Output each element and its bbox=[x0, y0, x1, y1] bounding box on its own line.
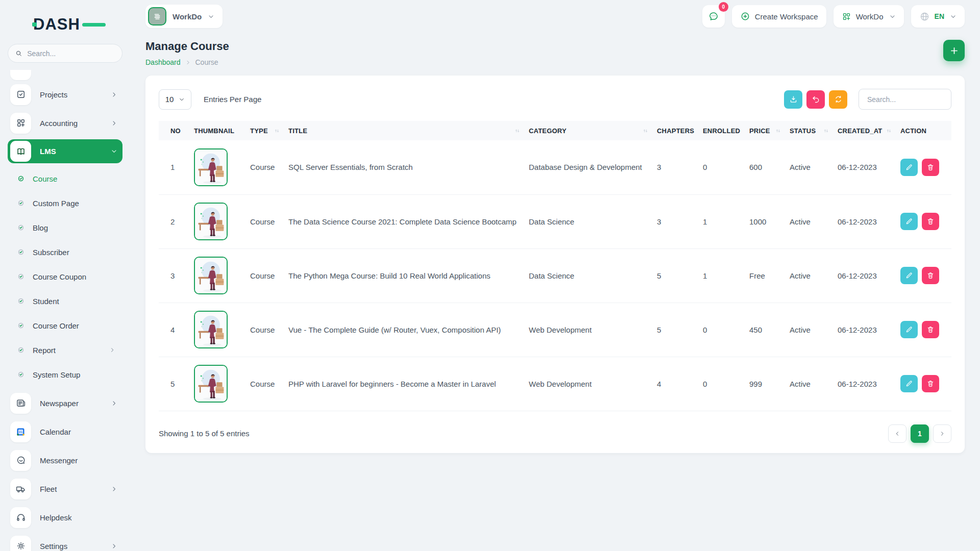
course-illustration bbox=[195, 312, 227, 347]
course-thumbnail[interactable] bbox=[194, 257, 228, 294]
sidebar-item-accounting[interactable]: Accounting bbox=[8, 109, 122, 137]
delete-button[interactable] bbox=[922, 375, 939, 392]
col-type[interactable]: TYPE bbox=[250, 121, 288, 140]
table-header-row: NO THUMBNAIL TYPE TITLE CATEGORY CHAPTER… bbox=[159, 121, 951, 140]
calendar-icon bbox=[10, 421, 31, 442]
sidebar-subitem-course-order[interactable]: Course Order bbox=[8, 313, 122, 338]
delete-button[interactable] bbox=[922, 267, 939, 284]
col-chapters[interactable]: CHAPTERS bbox=[657, 121, 703, 140]
breadcrumb-dashboard-link[interactable]: Dashboard bbox=[145, 58, 181, 66]
trash-icon bbox=[926, 271, 935, 280]
edit-button[interactable] bbox=[900, 213, 918, 230]
sidebar-subitem-report[interactable]: Report bbox=[8, 338, 122, 362]
notifications-button[interactable]: 0 bbox=[702, 5, 725, 28]
workspace-switcher-button[interactable]: WorkDo bbox=[834, 5, 904, 28]
col-enrolled[interactable]: ENROLLED bbox=[703, 121, 749, 140]
logo-accent-dot bbox=[32, 22, 37, 27]
col-price[interactable]: PRICE bbox=[749, 121, 790, 140]
course-thumbnail[interactable] bbox=[194, 203, 228, 240]
sidebar-item-fleet[interactable]: Fleet bbox=[8, 474, 122, 503]
status-value: Active bbox=[790, 140, 838, 194]
chevron-right-icon bbox=[111, 400, 117, 407]
topbar: WorkDo 0 Create Workspace WorkDo EN bbox=[145, 0, 965, 33]
next-page-button[interactable] bbox=[933, 424, 951, 443]
sidebar-item-calendar[interactable]: Calendar bbox=[8, 417, 122, 446]
sidebar-item-settings[interactable]: Settings bbox=[8, 532, 122, 551]
col-status[interactable]: STATUS bbox=[790, 121, 838, 140]
col-title[interactable]: TITLE bbox=[288, 121, 529, 140]
delete-button[interactable] bbox=[922, 321, 939, 338]
edit-button[interactable] bbox=[900, 159, 918, 176]
sort-icon bbox=[886, 128, 892, 134]
pagination: 1 bbox=[888, 424, 951, 443]
sidebar-item-helpdesk[interactable]: Helpdesk bbox=[8, 503, 122, 532]
download-icon bbox=[789, 95, 798, 104]
edit-button[interactable] bbox=[900, 375, 918, 392]
chevron-right-icon bbox=[111, 543, 117, 549]
circle-check-icon bbox=[18, 224, 24, 231]
create-workspace-button[interactable]: Create Workspace bbox=[732, 5, 826, 28]
trash-icon bbox=[926, 380, 935, 388]
entries-per-page-select[interactable]: 10 bbox=[159, 89, 191, 110]
undo-icon bbox=[812, 95, 820, 104]
plus-circle-icon bbox=[740, 11, 750, 21]
circle-check-icon bbox=[18, 298, 24, 304]
language-selector[interactable]: EN bbox=[911, 5, 965, 28]
export-button[interactable] bbox=[784, 90, 802, 109]
edit-button[interactable] bbox=[900, 321, 918, 338]
circle-check-icon bbox=[18, 249, 24, 255]
sidebar-subitem-custom-page[interactable]: Custom Page bbox=[8, 191, 122, 215]
sort-icon bbox=[514, 128, 521, 134]
notification-badge: 0 bbox=[719, 2, 728, 12]
sidebar-search-input[interactable] bbox=[27, 49, 115, 58]
col-no[interactable]: NO bbox=[159, 121, 194, 140]
col-thumbnail[interactable]: THUMBNAIL bbox=[194, 121, 250, 140]
col-category[interactable]: CATEGORY bbox=[529, 121, 657, 140]
pencil-icon bbox=[905, 163, 913, 171]
sidebar-subitem-course[interactable]: Course bbox=[8, 166, 122, 191]
sidebar-item-lms[interactable]: LMS bbox=[8, 139, 122, 163]
circle-check-icon bbox=[18, 347, 24, 353]
delete-button[interactable] bbox=[922, 159, 939, 176]
sidebar-search[interactable] bbox=[8, 44, 122, 63]
sidebar-item-projects[interactable]: Projects bbox=[8, 80, 122, 109]
pencil-icon bbox=[905, 380, 913, 388]
sidebar-subitem-blog[interactable]: Blog bbox=[8, 215, 122, 240]
table-search-input[interactable] bbox=[859, 89, 951, 110]
entries-per-page-label: Entries Per Page bbox=[204, 95, 261, 104]
add-course-button[interactable] bbox=[943, 40, 965, 61]
course-thumbnail[interactable] bbox=[194, 311, 228, 348]
refresh-button[interactable] bbox=[829, 90, 847, 109]
main-content: WorkDo 0 Create Workspace WorkDo EN bbox=[130, 0, 980, 551]
delete-button[interactable] bbox=[922, 213, 939, 230]
table-row: 2 Course The Data Science Course 2021: C… bbox=[159, 194, 951, 248]
building-icon bbox=[152, 11, 162, 21]
sidebar-subitem-student[interactable]: Student bbox=[8, 289, 122, 313]
grid-icon bbox=[10, 113, 31, 134]
sidebar-subitem-course-coupon[interactable]: Course Coupon bbox=[8, 264, 122, 289]
chevron-right-icon bbox=[939, 431, 945, 437]
sidebar-subitem-system-setup[interactable]: System Setup bbox=[8, 362, 122, 387]
circle-check-icon bbox=[18, 273, 24, 280]
page-1-button[interactable]: 1 bbox=[911, 424, 929, 443]
previous-page-button[interactable] bbox=[888, 424, 906, 443]
trash-icon bbox=[926, 163, 935, 171]
workspace-selector[interactable]: WorkDo bbox=[145, 5, 223, 28]
sort-icon bbox=[775, 128, 781, 134]
col-created-at[interactable]: CREATED_AT bbox=[838, 121, 900, 140]
edit-button[interactable] bbox=[900, 267, 918, 284]
course-thumbnail[interactable] bbox=[194, 365, 228, 403]
reset-button[interactable] bbox=[806, 90, 825, 109]
sidebar-subitem-subscriber[interactable]: Subscriber bbox=[8, 240, 122, 264]
course-table-card: 10 Entries Per Page NO THUMBNAIL TYPE bbox=[145, 76, 965, 453]
breadcrumb-current: Course bbox=[195, 58, 218, 66]
lms-submenu: Course Custom Page Blog Subscriber Cours… bbox=[8, 165, 122, 389]
table-row: 5 Course PHP with Laravel for beginners … bbox=[159, 357, 951, 411]
table-footer: Showing 1 to 5 of 5 entries 1 bbox=[159, 424, 951, 443]
chevron-down-icon bbox=[179, 96, 185, 103]
headphones-icon bbox=[10, 507, 31, 528]
sidebar-item-messenger[interactable]: Messenger bbox=[8, 446, 122, 474]
tasks-icon bbox=[10, 84, 31, 105]
course-thumbnail[interactable] bbox=[194, 148, 228, 186]
sidebar-item-newspaper[interactable]: Newspaper bbox=[8, 389, 122, 417]
